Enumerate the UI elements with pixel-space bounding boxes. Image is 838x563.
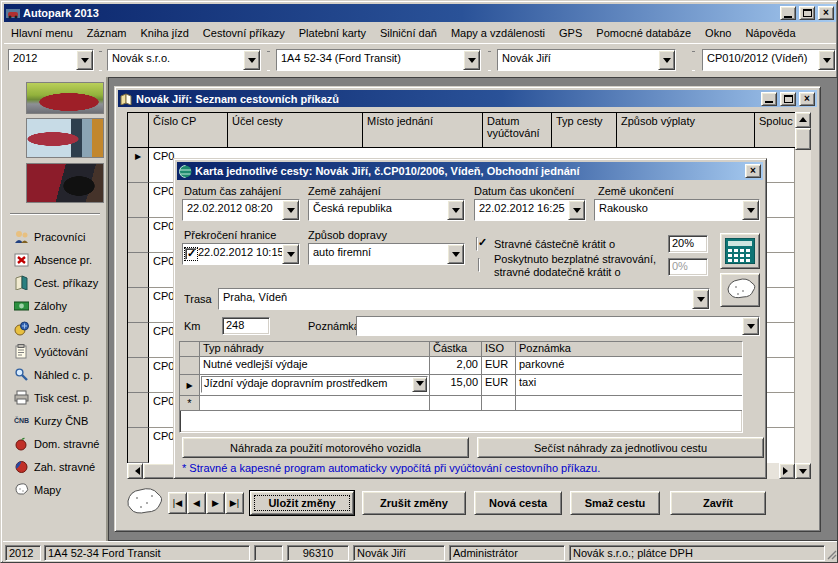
menu-gps[interactable]: GPS xyxy=(552,24,589,42)
minimize-button[interactable] xyxy=(761,92,777,106)
dropdown-arrow-icon[interactable] xyxy=(447,200,464,220)
company-combobox[interactable]: Novák s.r.o. xyxy=(107,49,261,71)
sidebar-item-tisk[interactable]: Tisk cest. p. xyxy=(4,386,108,409)
scroll-up-icon[interactable] xyxy=(795,112,811,128)
dropdown-arrow-icon[interactable] xyxy=(742,200,759,220)
maximize-button[interactable] xyxy=(780,92,796,106)
compensation-row[interactable]: Nutné vedlejší výdaje 2,00 EUR parkovné xyxy=(180,357,742,375)
menu-pomocne-databaze[interactable]: Pomocné databáze xyxy=(589,24,698,42)
sidebar-item-jedn-cesty[interactable]: Jedn. cesty xyxy=(4,317,108,340)
column-header-zpusob-vyplaty[interactable]: Způsob výplaty xyxy=(617,113,755,147)
border-crossing-checkbox[interactable] xyxy=(185,248,197,260)
meal-free-checkbox[interactable] xyxy=(478,258,480,272)
compensation-row-new[interactable]: * xyxy=(180,396,742,411)
route-map-button[interactable] xyxy=(720,273,760,307)
menu-cestovni-prikazy[interactable]: Cestovní příkazy xyxy=(196,24,292,42)
nav-first-button[interactable]: |◀ xyxy=(168,492,187,514)
menu-silnicni-dan[interactable]: Silniční daň xyxy=(373,24,444,42)
border-crossing-combobox[interactable]: 22.02.2012 10:15 xyxy=(182,243,300,265)
nav-next-button[interactable]: ▶ xyxy=(206,492,225,514)
vehicle-compensation-button[interactable]: Náhrada za použití motorového vozidla xyxy=(182,437,469,458)
column-header-typ-cesty[interactable]: Typ cesty xyxy=(552,113,617,147)
person-combobox[interactable]: Novák Jiří xyxy=(497,49,676,71)
menu-napoveda[interactable]: Nápověda xyxy=(738,24,802,42)
dropdown-arrow-icon[interactable] xyxy=(412,377,427,392)
dropdown-arrow-icon[interactable] xyxy=(658,50,675,70)
sidebar-item-kurzy-cnb[interactable]: ČNB Kurzy ČNB xyxy=(4,409,108,432)
menu-kniha-jizd[interactable]: Kniha jízd xyxy=(134,24,196,42)
travel-order-combobox[interactable]: CP010/2012 (Vídeň) xyxy=(702,49,836,71)
transport-mode-combobox[interactable]: auto firemní xyxy=(308,243,465,265)
scroll-left-icon[interactable] xyxy=(127,463,143,479)
column-header-spolucestujici[interactable]: Spoluc xyxy=(755,113,796,147)
end-datetime-combobox[interactable]: 22.02.2012 16:25 xyxy=(474,199,586,221)
start-country-combobox[interactable]: Česká republika xyxy=(308,199,465,221)
main-titlebar[interactable]: Autopark 2013 × xyxy=(4,4,836,22)
start-datetime-combobox[interactable]: 22.02.2012 08:20 xyxy=(182,199,300,221)
scroll-down-icon[interactable] xyxy=(795,463,811,479)
resize-grip-icon[interactable] xyxy=(827,550,837,560)
column-header-cislo-cp[interactable]: Číslo CP xyxy=(149,113,228,147)
column-header-poznamka[interactable]: Poznámka xyxy=(516,342,742,357)
vertical-scrollbar-thumb[interactable] xyxy=(795,128,811,150)
sidebar-item-mapy[interactable]: Mapy xyxy=(4,478,108,501)
save-changes-button[interactable]: Uložit změny xyxy=(250,491,354,515)
close-icon[interactable]: × xyxy=(745,164,761,178)
dropdown-arrow-icon[interactable] xyxy=(243,50,260,70)
compensation-type-combobox[interactable]: Jízdní výdaje dopravním prostředkem xyxy=(201,376,428,393)
sidebar-item-nahled[interactable]: Náhled c. p. xyxy=(4,363,108,386)
maximize-button[interactable] xyxy=(799,6,815,20)
sidebar-item-vyuctovani[interactable]: Vyúčtování xyxy=(4,340,108,363)
dropdown-arrow-icon[interactable] xyxy=(463,50,480,70)
sidebar-item-zalohy[interactable]: Zálohy xyxy=(4,294,108,317)
dropdown-arrow-icon[interactable] xyxy=(76,50,93,70)
dropdown-arrow-icon[interactable] xyxy=(568,200,585,220)
calculator-button[interactable] xyxy=(720,233,760,269)
list-window-titlebar[interactable]: Novák Jiří: Seznam cestovních příkazů × xyxy=(118,90,817,107)
close-button[interactable]: × xyxy=(818,6,834,20)
column-header-iso[interactable]: ISO xyxy=(482,342,516,357)
nav-last-button[interactable]: ▶| xyxy=(225,492,244,514)
meal-free-input[interactable]: 0% xyxy=(668,258,708,276)
column-header-datum-vyuctovani[interactable]: Datum vyúčtování xyxy=(483,113,552,147)
compensation-row-active[interactable]: ▶ Jízdní výdaje dopravním prostředkem 15… xyxy=(180,375,742,396)
menu-okno[interactable]: Okno xyxy=(698,24,738,42)
sidebar-item-zah-stravne[interactable]: Zah. stravné xyxy=(4,455,108,478)
menu-hlavni-menu[interactable]: Hlavní menu xyxy=(4,24,80,42)
end-country-combobox[interactable]: Rakousko xyxy=(594,199,760,221)
sum-trip-button[interactable]: Sečíst náhrady za jednotlivou cestu xyxy=(477,437,764,458)
vehicle-combobox[interactable]: 1A4 52-34 (Ford Transit) xyxy=(276,49,481,71)
nav-prev-button[interactable]: ◀ xyxy=(187,492,206,514)
sidebar-item-absence[interactable]: Absence pr. xyxy=(4,248,108,271)
close-button[interactable]: × xyxy=(799,92,815,106)
vertical-scrollbar[interactable] xyxy=(795,112,811,479)
column-header-typ-nahrady[interactable]: Typ náhrady xyxy=(200,342,430,357)
km-input[interactable]: 248 xyxy=(222,317,270,335)
menu-mapy-a-vzdalenosti[interactable]: Mapy a vzdálenosti xyxy=(444,24,552,42)
meal-partial-cut-checkbox[interactable] xyxy=(476,237,478,251)
dropdown-arrow-icon[interactable] xyxy=(818,50,835,70)
minimize-button[interactable] xyxy=(780,6,796,20)
dropdown-arrow-icon[interactable] xyxy=(447,244,464,264)
column-header-castka[interactable]: Částka xyxy=(430,342,482,357)
dropdown-arrow-icon[interactable] xyxy=(742,317,759,335)
cancel-changes-button[interactable]: Zrušit změny xyxy=(362,491,466,515)
dropdown-arrow-icon[interactable] xyxy=(692,289,709,309)
dropdown-arrow-icon[interactable] xyxy=(282,200,299,220)
dialog-titlebar[interactable]: Karta jednotlivé cesty: Novák Jiří, č.CP… xyxy=(177,162,763,180)
column-header-misto-jednani[interactable]: Místo jednání xyxy=(363,113,483,147)
sidebar-item-dom-stravne[interactable]: Dom. stravné xyxy=(4,432,108,455)
note-combobox[interactable] xyxy=(356,316,760,336)
sidebar-item-pracovnici[interactable]: Pracovníci xyxy=(4,225,108,248)
dropdown-arrow-icon[interactable] xyxy=(282,244,299,264)
scroll-right-icon[interactable] xyxy=(779,463,795,479)
menu-zaznam[interactable]: Záznam xyxy=(80,24,134,42)
column-header-ucel-cesty[interactable]: Účel cesty xyxy=(228,113,363,147)
close-window-button[interactable]: Zavřít xyxy=(670,491,766,515)
year-combobox[interactable]: 2012 xyxy=(8,49,94,71)
meal-partial-cut-input[interactable]: 20% xyxy=(668,235,708,253)
route-combobox[interactable]: Praha, Vídeň xyxy=(218,288,710,310)
delete-trip-button[interactable]: Smaž cestu xyxy=(570,491,660,515)
new-trip-button[interactable]: Nová cesta xyxy=(474,491,562,515)
sidebar-item-cest-prikazy[interactable]: Cest. příkazy xyxy=(4,271,108,294)
